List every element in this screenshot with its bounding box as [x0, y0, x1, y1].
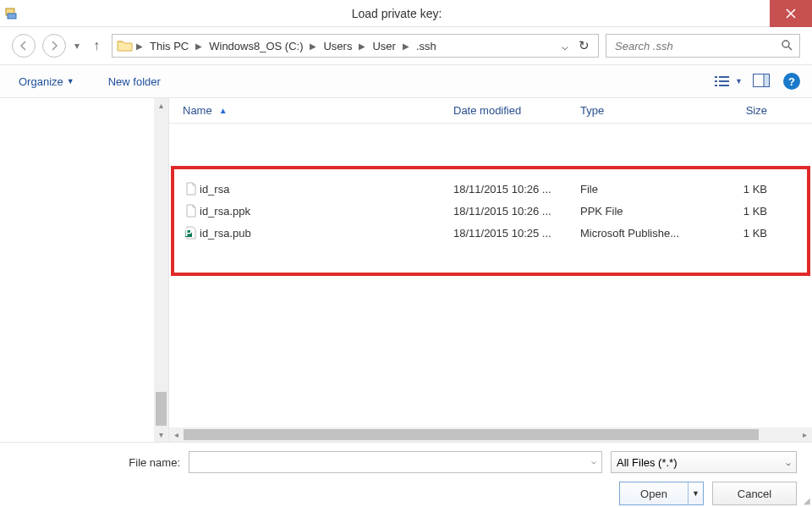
file-type: Microsoft Publishe...	[580, 227, 711, 240]
scroll-thumb[interactable]	[156, 392, 167, 426]
svg-point-2	[782, 41, 789, 47]
new-folder-button[interactable]: New folder	[102, 72, 167, 91]
organize-button[interactable]: Organize ▼	[12, 72, 81, 91]
file-type: PPK File	[580, 205, 711, 218]
chevron-down-icon: ⌵	[786, 458, 791, 467]
file-row[interactable]: id_rsa.ppk 18/11/2015 10:26 ... PPK File…	[169, 200, 812, 222]
back-button[interactable]	[12, 34, 36, 58]
publisher-icon: P	[183, 226, 200, 240]
file-name: id_rsa	[200, 183, 453, 196]
search-icon[interactable]	[781, 39, 793, 53]
file-row[interactable]: P id_rsa.pub 18/11/2015 10:25 ... Micros…	[169, 222, 812, 244]
preview-pane-button[interactable]	[748, 70, 775, 93]
column-date[interactable]: Date modified	[453, 104, 580, 117]
scroll-down-icon[interactable]: ▾	[154, 427, 168, 442]
nav-bar: ▾ ↑ ▶ This PC ▶ Windows8_OS (C:) ▶ Users…	[0, 27, 812, 64]
chevron-right-icon: ▶	[308, 41, 318, 51]
svg-rect-3	[715, 76, 717, 78]
file-date: 18/11/2015 10:26 ...	[453, 205, 580, 218]
chevron-right-icon: ▶	[134, 41, 145, 51]
file-size: 1 KB	[711, 205, 779, 218]
file-icon	[183, 204, 200, 218]
scroll-thumb[interactable]	[184, 429, 759, 440]
svg-rect-1	[8, 14, 16, 19]
filename-label: File name:	[15, 456, 180, 469]
up-button[interactable]: ↑	[88, 38, 105, 53]
main-area: ▴ ▾ Name ▲ Date modified Type Size id_rs…	[0, 98, 812, 442]
breadcrumb-dropdown[interactable]: ⌵	[557, 40, 573, 52]
chevron-down-icon[interactable]: ⌵	[591, 456, 596, 466]
bottom-panel: File name: ⌵ All Files (*.*) ⌵ Open ▼ Ca…	[0, 442, 812, 507]
svg-rect-4	[719, 76, 729, 78]
list-horizontal-scrollbar[interactable]: ◂ ▸	[169, 427, 812, 442]
search-input[interactable]	[613, 39, 781, 53]
view-mode-button[interactable]: ▼	[710, 72, 748, 91]
nav-tree[interactable]: ▴ ▾	[0, 98, 169, 442]
file-date: 18/11/2015 10:25 ...	[453, 227, 580, 240]
chevron-right-icon: ▶	[194, 41, 204, 51]
crumb-this-pc[interactable]: This PC	[145, 40, 194, 52]
column-type[interactable]: Type	[580, 104, 711, 117]
chevron-down-icon: ▼	[67, 77, 74, 85]
svg-rect-6	[719, 80, 729, 82]
column-name-label: Name	[183, 104, 212, 117]
crumb-drive[interactable]: Windows8_OS (C:)	[204, 40, 308, 52]
column-size[interactable]: Size	[711, 104, 779, 117]
folder-icon	[116, 36, 134, 55]
column-name[interactable]: Name ▲	[183, 104, 453, 117]
svg-rect-7	[715, 85, 717, 86]
column-header-row: Name ▲ Date modified Type Size	[169, 98, 812, 124]
resize-grip-icon[interactable]: ◢	[804, 496, 810, 505]
cancel-label: Cancel	[738, 488, 771, 500]
crumb-user[interactable]: User	[367, 40, 400, 52]
svg-rect-10	[764, 74, 770, 86]
svg-rect-5	[715, 80, 717, 82]
filetype-filter[interactable]: All Files (*.*) ⌵	[611, 451, 797, 473]
file-size: 1 KB	[711, 183, 779, 196]
file-name: id_rsa.pub	[200, 227, 453, 240]
scroll-right-icon[interactable]: ▸	[798, 430, 812, 439]
file-size: 1 KB	[711, 227, 779, 240]
chevron-down-icon: ▼	[735, 77, 743, 85]
file-name: id_rsa.ppk	[200, 205, 453, 218]
crumb-ssh[interactable]: .ssh	[411, 40, 442, 52]
help-button[interactable]: ?	[783, 73, 800, 90]
command-bar: Organize ▼ New folder ▼ ?	[0, 64, 812, 98]
search-box[interactable]	[606, 34, 800, 58]
title-bar: Load private key:	[0, 0, 812, 27]
svg-text:P: P	[185, 226, 193, 239]
chevron-right-icon: ▶	[357, 41, 367, 51]
file-row[interactable]: id_rsa 18/11/2015 10:26 ... File 1 KB	[169, 178, 812, 200]
crumb-users[interactable]: Users	[318, 40, 357, 52]
svg-rect-8	[719, 85, 729, 86]
file-type: File	[580, 183, 711, 196]
window-title: Load private key:	[24, 7, 770, 20]
cancel-button[interactable]: Cancel	[712, 482, 797, 505]
chevron-right-icon: ▶	[401, 41, 411, 51]
filter-label: All Files (*.*)	[617, 456, 678, 469]
forward-button[interactable]	[42, 34, 66, 58]
scroll-left-icon[interactable]: ◂	[169, 430, 184, 439]
tree-scrollbar[interactable]: ▴ ▾	[154, 98, 168, 442]
scroll-up-icon[interactable]: ▴	[154, 98, 168, 113]
app-icon	[0, 7, 24, 20]
open-split-dropdown[interactable]: ▼	[688, 482, 703, 504]
file-icon	[183, 182, 200, 196]
organize-label: Organize	[19, 75, 63, 88]
recent-locations-dropdown[interactable]: ▾	[73, 40, 81, 52]
file-date: 18/11/2015 10:26 ...	[453, 183, 580, 196]
open-button[interactable]: Open ▼	[619, 482, 704, 505]
breadcrumb-bar[interactable]: ▶ This PC ▶ Windows8_OS (C:) ▶ Users ▶ U…	[112, 34, 599, 58]
file-list: id_rsa 18/11/2015 10:26 ... File 1 KB id…	[169, 124, 812, 427]
new-folder-label: New folder	[108, 75, 161, 88]
file-list-pane: Name ▲ Date modified Type Size id_rsa 18…	[169, 98, 812, 442]
refresh-button[interactable]: ↻	[573, 38, 595, 53]
sort-asc-icon: ▲	[219, 106, 228, 115]
filename-input[interactable]: ⌵	[189, 451, 602, 473]
close-button[interactable]	[770, 0, 812, 27]
open-label: Open	[620, 488, 688, 500]
